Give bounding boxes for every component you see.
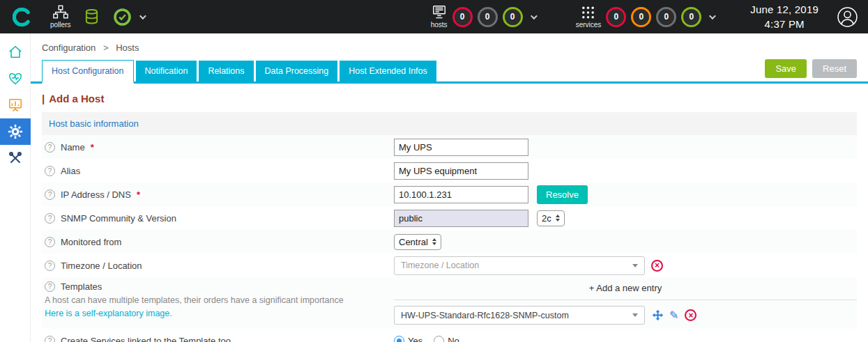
add-template-entry-link[interactable]: + Add a new entry [589,281,662,300]
status-ok-icon [113,8,132,26]
page-title: |Add a Host [31,84,868,111]
timezone-label: Timezone / Location [61,261,142,271]
alias-input[interactable] [394,162,528,180]
monitored-from-label: Monitored from [61,237,121,247]
save-button[interactable]: Save [765,59,807,78]
snmp-community-input[interactable] [394,210,528,227]
services-label: services [576,21,602,29]
services-ok-badge[interactable]: 0 [681,7,701,27]
gear-icon [8,124,23,139]
chart-board-icon [8,98,23,113]
form-row-templates: ? Templates A host can have multiple tem… [42,277,857,329]
help-icon[interactable]: ? [45,281,55,292]
hosts-up-badge[interactable]: 0 [503,7,523,27]
hosts-unreachable-badge[interactable]: 0 [478,7,498,27]
ip-label: IP Address / DNS [61,189,131,200]
tab-host-extended-infos[interactable]: Host Extended Infos [340,61,436,81]
chevron-down-icon[interactable] [139,13,146,20]
templates-help-link[interactable]: Here is a self-explanatory image. [45,309,172,318]
sidebar [0,33,31,342]
services-status[interactable]: services [576,6,602,29]
select-arrows-icon [556,215,560,221]
home-icon [8,45,23,60]
template-select[interactable]: HW-UPS-Standard-Rfc1628-SNMP-custom [394,306,645,325]
chevron-down-icon[interactable] [709,13,716,20]
tools-icon [8,150,23,166]
sidebar-item-reporting[interactable] [0,92,31,118]
hosts-icon [432,5,447,20]
resolve-button[interactable]: Resolve [537,185,588,204]
sidebar-item-configuration[interactable] [0,118,31,145]
current-date: June 12, 2019 [750,2,818,17]
snmp-version-select[interactable]: 2c [537,210,565,226]
database-status[interactable] [84,8,99,25]
help-icon[interactable]: ? [45,237,55,247]
delete-template-icon[interactable]: × [685,309,696,321]
move-template-icon[interactable] [652,309,664,321]
heart-pulse-icon [8,71,23,86]
pollers-icon [53,5,68,20]
snmp-version-value: 2c [542,213,551,224]
yes-label: Yes [408,336,422,342]
help-icon[interactable]: ? [45,142,55,153]
user-menu[interactable] [837,6,858,28]
centreon-logo[interactable] [7,8,36,26]
services-critical-badge[interactable]: 0 [606,7,626,27]
services-unknown-badge[interactable]: 0 [656,7,676,27]
services-warning-badge[interactable]: 0 [631,7,651,27]
required-marker: * [137,189,140,200]
breadcrumb: Configuration > Hosts [31,33,868,59]
hosts-down-badge[interactable]: 0 [452,7,473,27]
template-selected-value: HW-UPS-Standard-Rfc1628-SNMP-custom [401,311,632,320]
hosts-status[interactable]: hosts [431,5,448,29]
select-arrows-icon [432,238,436,245]
ip-input[interactable] [394,186,528,203]
poller-ok-status[interactable] [113,8,144,26]
snmp-label: SNMP Community & Version [61,213,176,224]
help-icon[interactable]: ? [45,336,55,342]
sidebar-item-monitoring[interactable] [0,65,31,92]
help-icon[interactable]: ? [45,261,55,271]
required-marker: * [91,142,94,153]
create-services-yes-radio[interactable] [394,336,404,342]
create-services-label: Create Services linked to the Template t… [61,336,231,342]
breadcrumb-configuration[interactable]: Configuration [42,42,96,53]
form-row-timezone: ? Timezone / Location Timezone / Locatio… [42,254,857,277]
form-row-monitored-from: ? Monitored from Central [42,230,857,254]
database-icon [84,8,99,25]
breadcrumb-hosts[interactable]: Hosts [116,42,139,53]
chevron-down-icon[interactable] [531,13,538,20]
main-content: Configuration > Hosts Host Configuration… [31,33,868,342]
name-input[interactable] [394,139,528,156]
pollers-status[interactable]: pollers [50,5,70,29]
chevron-down-icon [632,313,638,317]
sidebar-item-home[interactable] [0,39,31,65]
form-row-ip: ? IP Address / DNS * Resolve [42,182,857,206]
reset-button[interactable]: Reset [812,59,857,78]
breadcrumb-separator: > [103,42,109,53]
tab-bar: Host Configuration Notification Relation… [31,59,868,84]
no-label: No [448,336,459,342]
help-icon[interactable]: ? [45,166,55,176]
monitored-from-select[interactable]: Central [394,234,441,250]
template-entry-row: HW-UPS-Standard-Rfc1628-SNMP-custom ✎ × [394,300,857,325]
tab-data-processing[interactable]: Data Processing [256,61,338,81]
tab-notification[interactable]: Notification [136,61,197,81]
centreon-logo-icon [13,8,31,26]
help-icon[interactable]: ? [45,189,55,200]
clear-timezone-icon[interactable]: × [651,260,663,272]
create-services-no-radio[interactable] [434,336,444,342]
sidebar-item-administration[interactable] [0,145,31,171]
timezone-select[interactable]: Timezone / Location [394,256,645,275]
monitored-from-value: Central [399,237,428,247]
templates-help-text: A host can have multiple templates, thei… [45,295,344,305]
tab-relations[interactable]: Relations [199,61,253,81]
section-header-host-basic-information: Host basic information [42,112,857,135]
services-icon [581,6,595,20]
help-icon[interactable]: ? [45,213,55,224]
user-icon [837,6,858,28]
edit-template-icon[interactable]: ✎ [669,309,678,322]
form-row-snmp: ? SNMP Community & Version 2c [42,206,857,230]
clock: June 12, 2019 4:37 PM [750,2,818,31]
tab-host-configuration[interactable]: Host Configuration [42,60,134,84]
